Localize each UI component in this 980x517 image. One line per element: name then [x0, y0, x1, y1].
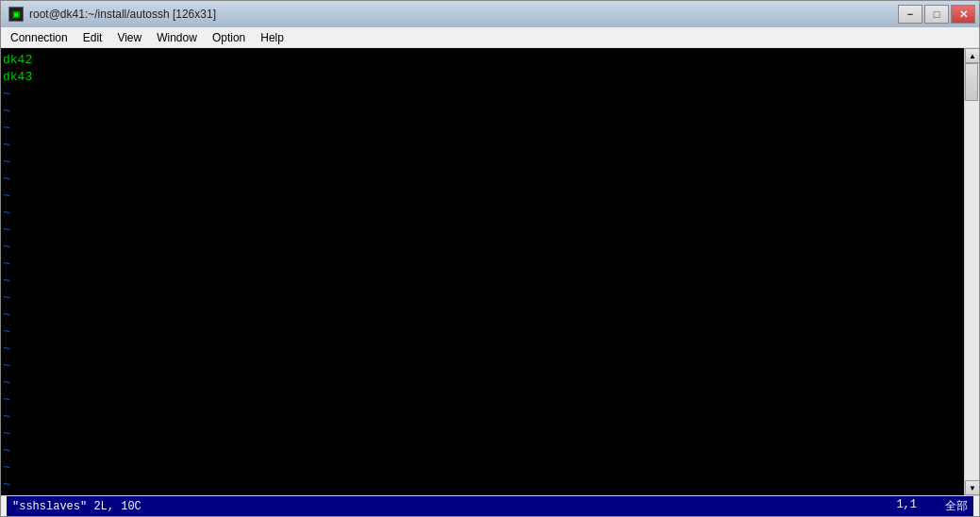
title-bar-left: ▣ root@dk41:~/install/autossh [126x31]: [8, 7, 216, 22]
menu-bar: Connection Edit View Window Option Help: [1, 27, 979, 48]
terminal-line: ~: [3, 324, 962, 341]
scroll-down-button[interactable]: ▼: [965, 480, 979, 495]
menu-edit[interactable]: Edit: [75, 27, 110, 47]
terminal-line: ~: [3, 171, 962, 188]
title-bar: ▣ root@dk41:~/install/autossh [126x31] −…: [1, 1, 979, 27]
terminal-line: ~: [3, 375, 962, 392]
menu-option[interactable]: Option: [205, 27, 253, 47]
minimize-button[interactable]: −: [898, 5, 922, 24]
terminal-line: ~: [3, 273, 962, 290]
terminal-line: ~: [3, 103, 962, 120]
maximize-button[interactable]: □: [924, 5, 949, 24]
status-filename: "sshslaves" 2L, 10C: [12, 500, 141, 513]
terminal-line: ~: [3, 256, 962, 273]
terminal-line: ~: [3, 442, 962, 459]
terminal-line: ~: [3, 120, 962, 137]
menu-window[interactable]: Window: [149, 27, 205, 47]
terminal-line: ~: [3, 290, 962, 307]
vertical-scrollbar[interactable]: ▲ ▼: [964, 48, 979, 495]
terminal-line: ~: [3, 493, 962, 495]
terminal-line: dk42: [3, 52, 962, 69]
terminal-line: ~: [3, 341, 962, 358]
terminal-line: ~: [3, 358, 962, 375]
terminal-line: ~: [3, 222, 962, 239]
terminal-line: ~: [3, 86, 962, 103]
terminal-area[interactable]: dk42dk43~~~~~~~~~~~~~~~~~~~~~~~~~~~: [1, 48, 964, 495]
terminal-line: ~: [3, 392, 962, 409]
status-position: 1,1: [896, 498, 917, 514]
main-window: ▣ root@dk41:~/install/autossh [126x31] −…: [0, 0, 980, 517]
scroll-track[interactable]: [965, 63, 979, 480]
status-bar-bg: "sshslaves" 2L, 10C 1,1 全部: [7, 496, 973, 516]
terminal-line: ~: [3, 205, 962, 222]
status-bar: "sshslaves" 2L, 10C 1,1 全部: [1, 495, 979, 516]
window-title: root@dk41:~/install/autossh [126x31]: [29, 8, 216, 21]
scroll-thumb[interactable]: [965, 63, 978, 101]
menu-connection[interactable]: Connection: [3, 27, 75, 47]
terminal-line: ~: [3, 137, 962, 154]
app-icon: ▣: [8, 7, 24, 22]
terminal-line: ~: [3, 154, 962, 171]
terminal-line: ~: [3, 188, 962, 205]
terminal-line: ~: [3, 459, 962, 476]
terminal-line: ~: [3, 425, 962, 442]
scroll-up-button[interactable]: ▲: [965, 48, 979, 63]
window-controls: − □ ✕: [898, 5, 975, 24]
terminal-line: dk43: [3, 69, 962, 86]
status-mode: 全部: [945, 498, 968, 514]
terminal-line: ~: [3, 476, 962, 493]
status-right: 1,1 全部: [896, 498, 968, 514]
menu-help[interactable]: Help: [253, 27, 291, 47]
terminal-container: dk42dk43~~~~~~~~~~~~~~~~~~~~~~~~~~~ ▲ ▼: [1, 48, 979, 495]
terminal-line: ~: [3, 409, 962, 425]
terminal-line: ~: [3, 307, 962, 324]
close-button[interactable]: ✕: [951, 5, 975, 24]
menu-view[interactable]: View: [109, 27, 149, 47]
terminal-line: ~: [3, 239, 962, 256]
